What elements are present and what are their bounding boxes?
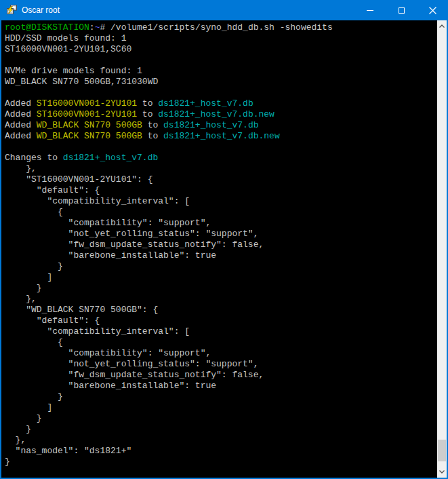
terminal-line bbox=[5, 88, 437, 98]
terminal-line: "ST16000VN001-2YU101": { bbox=[5, 174, 437, 185]
terminal-line: } bbox=[5, 424, 437, 435]
terminal-line: "compatibility": "support", bbox=[5, 348, 437, 359]
close-icon bbox=[429, 7, 436, 14]
terminal-line: "default": { bbox=[5, 315, 437, 326]
window-controls bbox=[354, 0, 448, 20]
terminal-line: { bbox=[5, 337, 437, 348]
minimize-icon bbox=[367, 10, 373, 11]
terminal-line: "default": { bbox=[5, 185, 437, 196]
title-bar[interactable]: Oscar root bbox=[0, 0, 448, 20]
terminal-line: ] bbox=[5, 402, 437, 413]
terminal-line: "nas_model": "ds1821+" bbox=[5, 446, 437, 457]
terminal-line: ST16000VN001-2YU101,SC60 bbox=[5, 44, 437, 55]
terminal-line: Added ST16000VN001-2YU101 to ds1821+_hos… bbox=[5, 98, 437, 109]
terminal-line: "compatibility_interval": [ bbox=[5, 196, 437, 207]
terminal-line: "not_yet_rolling_status": "support", bbox=[5, 229, 437, 240]
scroll-down-button[interactable] bbox=[437, 466, 447, 478]
terminal-line: NVMe drive models found: 1 bbox=[5, 66, 437, 77]
terminal-line: } bbox=[5, 283, 437, 294]
terminal-line: { bbox=[5, 207, 437, 218]
terminal-line: "not_yet_rolling_status": "support", bbox=[5, 359, 437, 370]
terminal-line: }, bbox=[5, 294, 437, 305]
terminal-scrollbar[interactable] bbox=[437, 20, 447, 478]
terminal-line: }, bbox=[5, 435, 437, 446]
terminal-line: } bbox=[5, 391, 437, 402]
maximize-button[interactable] bbox=[386, 0, 417, 20]
terminal-line: Changes to ds1821+_host_v7.db bbox=[5, 153, 437, 164]
terminal-line: WD_BLACK SN770 500GB,731030WD bbox=[5, 77, 437, 88]
terminal-line: root@DISKSTATION:~# /volume1/scripts/syn… bbox=[5, 22, 437, 33]
putty-window: Oscar root root@DISKSTATION:~# /volume1/… bbox=[0, 0, 448, 479]
terminal-line: }, bbox=[5, 164, 437, 174]
terminal-line bbox=[5, 55, 437, 66]
terminal-line: "fw_dsm_update_status_notify": false, bbox=[5, 370, 437, 381]
terminal-line: } bbox=[5, 457, 437, 467]
maximize-icon bbox=[399, 7, 405, 14]
terminal-line: "fw_dsm_update_status_notify": false, bbox=[5, 240, 437, 250]
terminal-line: Added WD_BLACK SN770 500GB to ds1821+_ho… bbox=[5, 120, 437, 131]
terminal-output: root@DISKSTATION:~# /volume1/scripts/syn… bbox=[1, 20, 437, 467]
terminal-line: "barebone_installable": true bbox=[5, 250, 437, 261]
terminal-line: "compatibility": "support", bbox=[5, 218, 437, 229]
terminal-line: Added WD_BLACK SN770 500GB to ds1821+_ho… bbox=[5, 131, 437, 142]
putty-terminal-icon[interactable] bbox=[6, 5, 17, 16]
terminal-screen[interactable]: root@DISKSTATION:~# /volume1/scripts/syn… bbox=[1, 20, 437, 478]
terminal-line: "WD_BLACK SN770 500GB": { bbox=[5, 305, 437, 315]
terminal-line: ] bbox=[5, 272, 437, 283]
minimize-button[interactable] bbox=[354, 0, 386, 20]
terminal-line bbox=[5, 142, 437, 153]
close-button[interactable] bbox=[417, 0, 448, 20]
terminal-line: "barebone_installable": true bbox=[5, 381, 437, 391]
terminal-line: HDD/SSD models found: 1 bbox=[5, 33, 437, 44]
terminal-line: "compatibility_interval": [ bbox=[5, 326, 437, 337]
chevron-down-icon bbox=[439, 470, 445, 474]
window-title: Oscar root bbox=[22, 5, 60, 15]
scrollbar-thumb[interactable] bbox=[438, 440, 446, 461]
terminal-line: } bbox=[5, 413, 437, 424]
terminal-line: Added ST16000VN001-2YU101 to ds1821+_hos… bbox=[5, 109, 437, 120]
terminal-line: } bbox=[5, 261, 437, 272]
chevron-up-icon bbox=[439, 24, 445, 28]
scroll-up-button[interactable] bbox=[437, 20, 447, 32]
